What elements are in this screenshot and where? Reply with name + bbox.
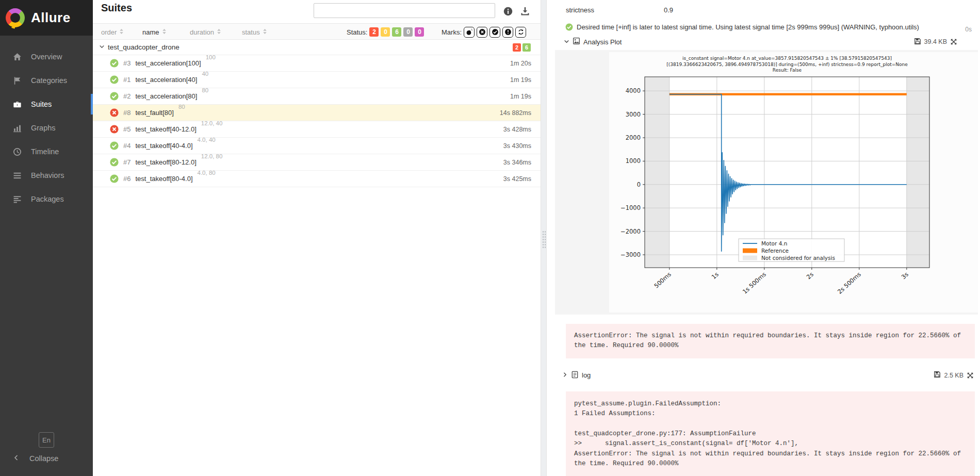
status-badge-failed[interactable]: 2 — [369, 27, 379, 37]
sidebar-item-label: Behaviors — [31, 171, 64, 179]
panel-divider[interactable] — [541, 0, 547, 476]
sidebar-item-graphs[interactable]: Graphs — [0, 116, 93, 140]
brand[interactable]: Allure — [0, 0, 93, 36]
sidebar-item-overview[interactable]: Overview — [0, 45, 93, 69]
passed-check-icon — [110, 92, 119, 101]
download-icon[interactable] — [520, 6, 530, 17]
svg-text:3s: 3s — [900, 271, 910, 281]
test-parameters: 12.0, 80 — [201, 153, 223, 159]
page-title: Suites — [101, 2, 132, 14]
test-name: test_acceleration[40] — [135, 76, 197, 84]
test-name: test_acceleration[100] — [135, 59, 201, 67]
attachment-meta: 2.5 KB — [934, 371, 974, 380]
column-header-name[interactable]: name — [142, 24, 167, 40]
sidebar-item-label: Packages — [31, 195, 64, 203]
sidebar-item-categories[interactable]: Categories — [0, 69, 93, 92]
attachment-label: Analysis Plot — [583, 38, 622, 46]
marks-buttons — [464, 27, 526, 38]
test-duration: 14s 882ms — [500, 109, 531, 117]
svg-text:1s: 1s — [710, 271, 720, 281]
info-icon[interactable] — [503, 6, 513, 17]
sidebar-item-label: Timeline — [31, 147, 59, 156]
column-header-duration[interactable]: duration — [190, 24, 221, 40]
status-badge-skipped[interactable]: 0 — [403, 27, 413, 37]
sidebar-item-suites[interactable]: Suites — [0, 92, 93, 116]
parameters-table: during (500ms, +inf) strictness 0.9 — [547, 0, 980, 17]
test-detail-panel: during (500ms, +inf) strictness 0.9 Desi… — [547, 0, 980, 476]
save-icon[interactable] — [934, 371, 941, 380]
test-order: #3 — [123, 59, 130, 67]
attachment-row-plot[interactable]: Analysis Plot 39.4 KB — [547, 35, 980, 48]
attachment-row-log[interactable]: log 2.5 KB — [547, 369, 980, 382]
sort-icon — [217, 28, 221, 36]
save-icon[interactable] — [914, 38, 921, 46]
sidebar-item-label: Overview — [31, 53, 62, 61]
allure-report-app: Allure OverviewCategoriesSuitesGraphsTim… — [0, 0, 980, 476]
step-message-text: Desired time [+inf] is later to latest s… — [577, 23, 919, 31]
svg-text:[(3819.3366623420675, 3896.494: [(3819.3366623420675, 3896.494978753018)… — [666, 62, 908, 67]
marks-label: Marks: — [442, 28, 462, 36]
column-header-order[interactable]: order — [101, 24, 124, 40]
test-row[interactable]: #7test_takeoff[80-12.0]12.0, 803s 346ms — [93, 154, 541, 171]
column-header-status[interactable]: status — [242, 24, 267, 40]
test-row[interactable]: #8test_fault[80]8014s 882ms — [93, 105, 541, 121]
parameter-row: strictness 0.9 — [547, 3, 980, 17]
svg-text:−1000: −1000 — [620, 204, 641, 211]
mark-filter-bomb-icon[interactable] — [464, 27, 475, 38]
test-row[interactable]: #4test_takeoff[40-4.0]4.0, 403s 430ms — [93, 138, 541, 154]
test-duration: 3s 346ms — [503, 159, 531, 166]
test-row[interactable]: #6test_takeoff[80-4.0]4.0, 803s 425ms — [93, 171, 541, 187]
mark-filter-retry-icon[interactable] — [515, 27, 526, 38]
svg-text:−2000: −2000 — [620, 228, 641, 235]
status-filter-group: Status: 20600 — [347, 24, 424, 40]
mark-filter-circle-check-icon[interactable] — [489, 27, 500, 38]
suite-status-badges: 26 — [513, 43, 531, 52]
expand-icon[interactable] — [950, 38, 957, 45]
passed-check-icon — [110, 59, 119, 68]
step-message: Desired time [+inf] is later to latest s… — [547, 23, 980, 31]
test-duration: 3s 425ms — [503, 175, 531, 183]
bar-chart-icon — [13, 124, 22, 133]
test-order: #1 — [123, 76, 130, 84]
panel-resize-handle[interactable] — [542, 231, 546, 249]
attachment-size: 39.4 KB — [924, 38, 947, 45]
test-order: #2 — [123, 92, 130, 100]
status-badge-unknown[interactable]: 0 — [415, 27, 424, 37]
mark-filter-circle-cross-icon[interactable] — [477, 27, 487, 38]
svg-text:is_constant signal=Motor 4.n a: is_constant signal=Motor 4.n at_value=38… — [682, 56, 892, 61]
test-duration: 3s 430ms — [503, 142, 531, 150]
attachment-size: 2.5 KB — [944, 372, 963, 379]
test-row[interactable]: #3test_acceleration[100]1001m 20s — [93, 55, 541, 72]
svg-text:1s 500ms: 1s 500ms — [741, 271, 767, 296]
test-name: test_takeoff[80-12.0] — [135, 158, 196, 166]
test-row[interactable]: #2test_acceleration[80]801m 19s — [93, 88, 541, 105]
chevron-down-icon — [564, 38, 569, 46]
test-name: test_takeoff[40-4.0] — [135, 142, 192, 150]
step-duration: 0s — [965, 26, 972, 33]
analysis-plot-chart: 40003000200010000−1000−2000−3000500ms1s1… — [609, 52, 978, 313]
mark-filter-circle-exclamation-icon[interactable] — [502, 27, 513, 38]
sidebar-item-behaviors[interactable]: Behaviors — [0, 163, 93, 187]
test-row[interactable]: #1test_acceleration[40]401m 19s — [93, 72, 541, 88]
suite-tree-node[interactable]: test_quadcopter_drone 26 — [93, 40, 541, 55]
svg-text:Reference: Reference — [761, 248, 789, 254]
status-badge-passed[interactable]: 6 — [392, 27, 401, 37]
test-order: #8 — [123, 109, 130, 117]
expand-icon[interactable] — [967, 372, 974, 379]
test-row[interactable]: #5test_takeoff[40-12.0]12.0, 403s 428ms — [93, 121, 541, 138]
sidebar: Allure OverviewCategoriesSuitesGraphsTim… — [0, 0, 93, 476]
language-button[interactable]: En — [39, 432, 54, 448]
image-file-icon — [573, 37, 580, 46]
sidebar-item-packages[interactable]: Packages — [0, 187, 93, 211]
test-parameters: 80 — [178, 104, 185, 110]
sidebar-item-timeline[interactable]: Timeline — [0, 140, 93, 163]
status-badge-broken[interactable]: 0 — [381, 27, 390, 37]
passed-check-icon — [565, 23, 573, 31]
passed-check-icon — [110, 174, 119, 183]
test-parameters: 4.0, 40 — [198, 137, 216, 143]
search-input[interactable] — [314, 3, 495, 18]
svg-text:2000: 2000 — [626, 134, 641, 141]
assertion-error-message: AssertionError: The signal is not within… — [566, 324, 975, 358]
suite-count-badge: 2 — [513, 43, 521, 52]
collapse-button[interactable]: Collapse — [0, 454, 93, 463]
